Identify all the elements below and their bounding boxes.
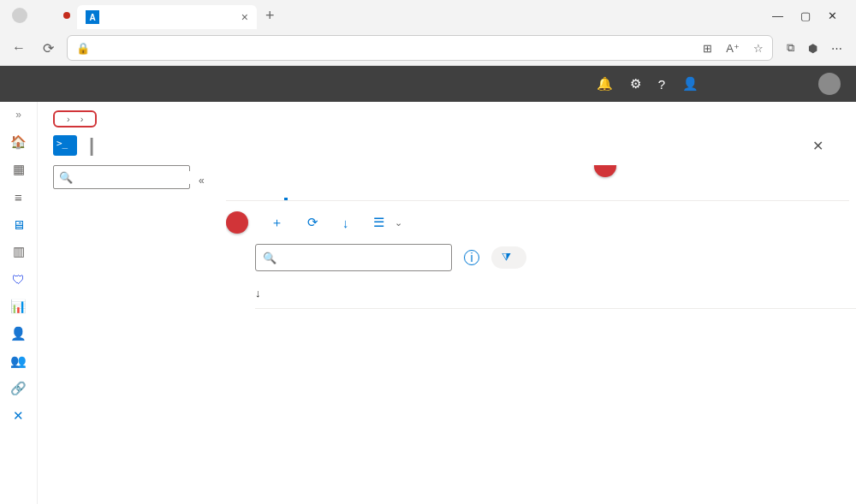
new-tab-button[interactable]: +	[257, 7, 283, 25]
info-icon[interactable]: i	[464, 250, 479, 265]
azure-favicon-icon: A	[86, 10, 99, 24]
tab-remediations[interactable]	[260, 186, 264, 199]
collections-icon[interactable]: ⧉	[787, 41, 794, 55]
terminal-icon	[53, 135, 77, 156]
columns-icon: ☰	[373, 215, 384, 230]
maximize-icon[interactable]: ▢	[800, 9, 811, 22]
annotation-callout-1	[594, 165, 616, 177]
favorite-icon[interactable]: ☆	[753, 42, 764, 55]
side-panel: 🔍 «	[38, 165, 226, 501]
browser-tab[interactable]: A ×	[77, 5, 257, 29]
search-icon: 🔍	[59, 171, 73, 184]
policies-heading	[53, 196, 223, 213]
breadcrumb: › ›	[53, 110, 97, 127]
annotation-callout-2	[226, 211, 248, 234]
tab-close-icon[interactable]: ×	[241, 10, 248, 24]
col-last-modified[interactable]	[726, 278, 854, 309]
shopping-icon[interactable]: ⊞	[703, 42, 712, 55]
close-window-icon[interactable]: ✕	[828, 9, 837, 22]
nav-rail: » 🏠 ▦ ≡ 🖥 ▥ 🛡 📊 👤 👥 🔗 ✕	[0, 102, 38, 504]
col-script-type[interactable]	[589, 278, 726, 309]
tab-platform-scripts[interactable]	[284, 184, 288, 200]
export-button[interactable]: ↓	[342, 216, 354, 230]
col-assigned[interactable]	[515, 278, 589, 309]
app-header: 🔔 ⚙ ? 👤	[0, 66, 856, 102]
site-info-icon[interactable]: 🔒	[76, 42, 90, 55]
filter-icon: ⧩	[502, 251, 511, 264]
feedback-icon[interactable]: 👤	[682, 76, 698, 92]
extensions-icon[interactable]: ⬢	[808, 42, 817, 55]
col-platform[interactable]	[443, 278, 515, 309]
browser-chrome: A × + — ▢ ✕ ← ⟳ 🔒 ⊞ A⁺ ☆ ⧉ ⬢ ⋯	[0, 0, 856, 66]
rail-groups-icon[interactable]: 👥	[11, 353, 27, 369]
rail-expand-icon[interactable]: »	[15, 109, 21, 121]
address-bar[interactable]: 🔒 ⊞ A⁺ ☆	[67, 35, 773, 61]
back-icon[interactable]: ←	[9, 40, 29, 56]
rail-endpoint-icon[interactable]: 🛡	[11, 271, 27, 287]
rail-reports-icon[interactable]: 📊	[11, 299, 27, 314]
rail-services-icon[interactable]: ≡	[11, 189, 27, 205]
download-icon: ↓	[342, 216, 349, 230]
scripts-table	[255, 278, 856, 309]
add-button[interactable]: ＋	[270, 215, 288, 231]
collapse-panel-icon[interactable]: «	[199, 175, 205, 187]
rail-apps-icon[interactable]: ▥	[11, 244, 27, 259]
rail-troubleshoot-icon[interactable]: ✕	[11, 408, 27, 424]
rail-dashboard-icon[interactable]: ▦	[11, 162, 27, 177]
recording-indicator-icon	[63, 12, 70, 19]
browser-profile-icon[interactable]	[12, 8, 27, 23]
read-aloud-icon[interactable]: A⁺	[726, 42, 740, 55]
plus-icon: ＋	[270, 215, 283, 231]
rail-users-icon[interactable]: 👤	[11, 326, 27, 341]
chevron-right-icon: ›	[80, 114, 84, 124]
rail-tenant-icon[interactable]: 🔗	[11, 381, 27, 396]
search-icon: 🔍	[263, 252, 276, 264]
chevron-right-icon: ›	[67, 114, 70, 124]
side-search[interactable]: 🔍	[53, 165, 190, 189]
more-browser-icon[interactable]: ⋯	[831, 42, 842, 55]
table-search[interactable]: 🔍	[255, 244, 452, 271]
columns-button[interactable]: ☰ ⌄	[373, 215, 402, 230]
blade-close-icon[interactable]: ✕	[812, 138, 841, 154]
rail-devices-icon[interactable]: 🖥	[11, 216, 27, 232]
refresh-icon[interactable]: ⟳	[38, 40, 58, 56]
chevron-down-icon: ⌄	[395, 217, 402, 228]
page-title: |	[87, 134, 96, 157]
help-icon[interactable]: ?	[658, 77, 665, 92]
settings-gear-icon[interactable]: ⚙	[630, 76, 641, 92]
rail-home-icon[interactable]: 🏠	[11, 134, 27, 150]
refresh-action-icon: ⟳	[307, 215, 318, 230]
add-filters-button[interactable]: ⧩	[491, 246, 526, 269]
user-avatar[interactable]	[818, 73, 841, 95]
col-script-name[interactable]	[255, 278, 443, 309]
refresh-button[interactable]: ⟳	[307, 215, 324, 230]
window-controls: — ▢ ✕	[772, 9, 849, 22]
minimize-icon[interactable]: —	[772, 9, 783, 22]
notifications-icon[interactable]: 🔔	[597, 76, 613, 92]
table-search-input[interactable]	[282, 251, 444, 264]
